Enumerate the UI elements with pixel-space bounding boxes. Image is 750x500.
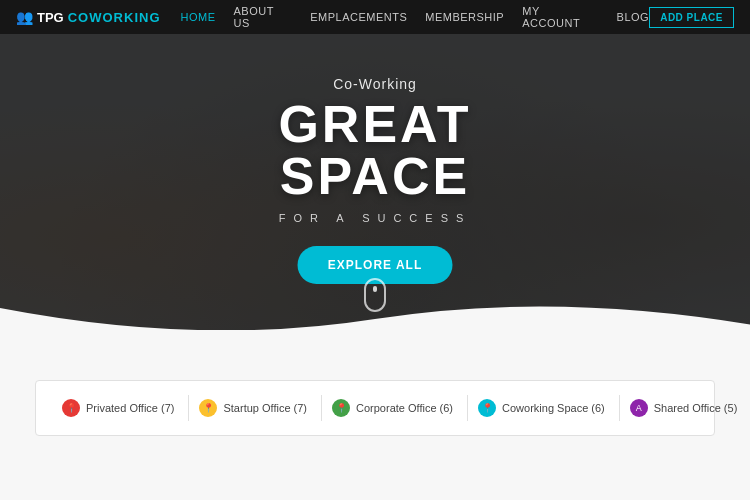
- corporate-office-label: Corporate Office (6): [356, 402, 453, 414]
- shared-office-label: Shared Office (5): [654, 402, 738, 414]
- tab-shared-office[interactable]: A Shared Office (5): [620, 395, 750, 421]
- nav-links: HOME ABOUT US EMPLACEMENTS MEMBERSHIP MY…: [181, 5, 650, 29]
- add-place-button[interactable]: ADD PLACE: [649, 7, 734, 28]
- nav-membership[interactable]: MEMBERSHIP: [425, 11, 504, 23]
- corporate-office-dot: 📍: [332, 399, 350, 417]
- logo-coworking: COWORKING: [68, 10, 161, 25]
- startup-office-dot: 📍: [199, 399, 217, 417]
- hero-subtitle: Co-Working: [188, 76, 563, 92]
- privated-office-dot: 📍: [62, 399, 80, 417]
- nav-about[interactable]: ABOUT US: [234, 5, 293, 29]
- hero-section: Co-Working GREAT SPACE FOR A SUCCESS EXP…: [0, 0, 750, 340]
- tab-coworking-space[interactable]: 📍 Coworking Space (6): [468, 395, 620, 421]
- logo-icon: 👥: [16, 9, 33, 25]
- startup-office-label: Startup Office (7): [223, 402, 307, 414]
- nav-emplacements[interactable]: EMPLACEMENTS: [310, 11, 407, 23]
- nav-myaccount[interactable]: MY ACCOUNT: [522, 5, 598, 29]
- hero-tagline: FOR A SUCCESS: [188, 212, 563, 224]
- coworking-space-dot: 📍: [478, 399, 496, 417]
- navbar: 👥 TPG COWORKING HOME ABOUT US EMPLACEMEN…: [0, 0, 750, 34]
- category-tabs-card: 📍 Privated Office (7) 📍 Startup Office (…: [35, 380, 715, 436]
- bottom-section: 📍 Privated Office (7) 📍 Startup Office (…: [0, 330, 750, 500]
- hero-content: Co-Working GREAT SPACE FOR A SUCCESS EXP…: [188, 76, 563, 284]
- nav-home[interactable]: HOME: [181, 11, 216, 23]
- logo-tpg: TPG: [37, 10, 64, 25]
- hero-title: GREAT SPACE: [188, 98, 563, 202]
- coworking-space-label: Coworking Space (6): [502, 402, 605, 414]
- tab-startup-office[interactable]: 📍 Startup Office (7): [189, 395, 322, 421]
- site-logo[interactable]: 👥 TPG COWORKING: [16, 9, 161, 25]
- privated-office-label: Privated Office (7): [86, 402, 174, 414]
- tab-corporate-office[interactable]: 📍 Corporate Office (6): [322, 395, 468, 421]
- tab-privated-office[interactable]: 📍 Privated Office (7): [52, 395, 189, 421]
- shared-office-dot: A: [630, 399, 648, 417]
- nav-blog[interactable]: BLOG: [617, 11, 650, 23]
